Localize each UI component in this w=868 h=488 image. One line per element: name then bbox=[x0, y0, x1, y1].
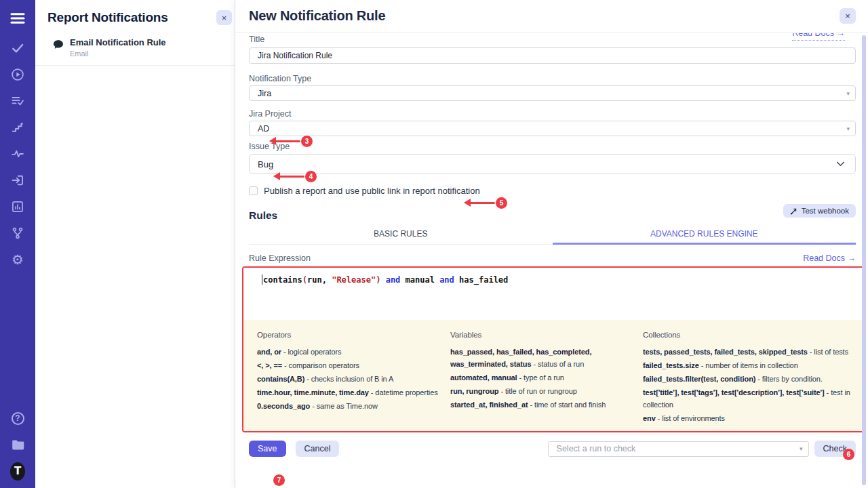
expression-code-line: contains(run, "Release") and manual and … bbox=[263, 275, 863, 285]
expression-help-panel: Operatorsand, or - logical operators<, >… bbox=[243, 320, 863, 431]
code-token bbox=[380, 275, 385, 285]
code-token: and bbox=[439, 275, 454, 285]
rules-heading: Rules bbox=[249, 209, 277, 222]
tab-basic-rules[interactable]: BASIC RULES bbox=[249, 226, 553, 245]
drawer-header: New Notification Rule × bbox=[235, 0, 868, 33]
drawer-footer: Save Cancel Select a run to check ▾ Chec… bbox=[249, 441, 856, 457]
vertical-scrollbar[interactable] bbox=[862, 35, 866, 485]
title-field-label: Title bbox=[249, 35, 264, 44]
list-item-title: Email Notification Rule bbox=[70, 37, 166, 47]
panel-close-button[interactable]: × bbox=[216, 10, 232, 25]
help-entry: failed_tests.filter(test, condition) - f… bbox=[643, 373, 854, 385]
drawer-title: New Notification Rule bbox=[249, 8, 385, 24]
list-item-text: Email Notification Rule Email bbox=[70, 37, 166, 58]
code-token: ( bbox=[302, 275, 307, 285]
help-column-title: Collections bbox=[643, 329, 854, 341]
save-button[interactable]: Save bbox=[249, 441, 286, 457]
code-token: "Release" bbox=[332, 275, 376, 285]
cancel-button[interactable]: Cancel bbox=[296, 441, 340, 457]
chevron-down-icon bbox=[836, 161, 845, 167]
help-entry: <, >, == - comparison operators bbox=[257, 359, 441, 371]
help-entry: automated, manual - type of a run bbox=[450, 371, 633, 384]
tab-advanced-rules-engine[interactable]: ADVANCED RULES ENGINE bbox=[553, 226, 856, 245]
annotation-box-6: contains(run, "Release") and manual and … bbox=[242, 266, 865, 432]
run-to-check-select[interactable]: Select a run to check ▾ bbox=[548, 441, 809, 457]
bar-chart-icon[interactable] bbox=[10, 199, 25, 214]
activity-pulse-icon[interactable] bbox=[10, 146, 25, 161]
menu-icon[interactable] bbox=[10, 11, 25, 26]
publish-report-checkbox[interactable] bbox=[249, 186, 258, 195]
test-webhook-label: Test webhook bbox=[802, 207, 849, 215]
log-in-icon[interactable] bbox=[10, 173, 25, 188]
rules-tabs: BASIC RULES ADVANCED RULES ENGINE bbox=[249, 226, 856, 245]
code-token: run, bbox=[307, 275, 332, 285]
projects-folder-icon[interactable] bbox=[10, 437, 25, 452]
code-token: manual bbox=[400, 275, 439, 285]
drawer-content: Read Docs → Title Notification Type Jira… bbox=[235, 33, 868, 488]
new-notification-rule-drawer: New Notification Rule × Read Docs → Titl… bbox=[235, 0, 868, 488]
help-entry: tests, passed_tests, failed_tests, skipp… bbox=[643, 346, 854, 358]
title-input[interactable] bbox=[249, 47, 856, 64]
list-item-subtitle: Email bbox=[70, 49, 166, 58]
run-select-placeholder: Select a run to check bbox=[557, 444, 636, 453]
read-docs-link[interactable]: Read Docs → bbox=[803, 253, 856, 263]
caret-down-icon: ▾ bbox=[800, 445, 803, 452]
report-notifications-panel: Report Notifications × Email Notificatio… bbox=[35, 0, 235, 488]
help-column-title: Operators bbox=[257, 329, 441, 341]
list-item-email-notification-rule[interactable]: Email Notification Rule Email bbox=[35, 30, 235, 66]
rules-heading-row: Rules Test webhook bbox=[249, 209, 856, 222]
issue-type-value: Bug bbox=[258, 159, 273, 169]
steps-icon[interactable] bbox=[10, 120, 25, 135]
help-entry: has_passed, has_failed, has_completed, w… bbox=[450, 346, 633, 370]
help-circle-icon[interactable]: ? bbox=[10, 411, 25, 426]
icon-rail: ⚙ ? T bbox=[0, 0, 35, 488]
rule-expression-label: Rule Expression bbox=[249, 253, 311, 263]
list-check-icon[interactable] bbox=[10, 94, 25, 108]
check-icon[interactable] bbox=[10, 41, 25, 56]
help-entry: and, or - logical operators bbox=[257, 346, 441, 358]
test-webhook-button[interactable]: Test webhook bbox=[783, 204, 856, 218]
git-branch-icon[interactable] bbox=[10, 226, 25, 241]
help-entry: env - list of environments bbox=[643, 412, 854, 424]
check-button[interactable]: Check bbox=[814, 441, 856, 457]
help-column-variables: Variableshas_passed, has_failed, has_com… bbox=[450, 329, 643, 424]
code-token: and bbox=[386, 275, 401, 285]
jira-project-select[interactable]: AD ▾ bbox=[249, 121, 856, 136]
help-entry: time.hour, time.minute, time.day - datet… bbox=[257, 386, 441, 399]
rule-expression-row: Rule Expression Read Docs → bbox=[249, 253, 856, 263]
editor-cursor bbox=[262, 274, 262, 285]
help-column-operators: Operatorsand, or - logical operators<, >… bbox=[257, 329, 450, 424]
jira-project-value: AD bbox=[258, 124, 269, 134]
help-entry: run, rungroup - title of run or rungroup bbox=[450, 385, 633, 397]
play-circle-icon[interactable] bbox=[10, 67, 25, 82]
webhook-icon bbox=[790, 207, 797, 215]
help-entry: test['title'], test['tags'], test['descr… bbox=[643, 386, 854, 411]
code-token: contains bbox=[263, 275, 302, 285]
issue-type-select[interactable]: Bug bbox=[249, 154, 856, 174]
help-entry: 0.seconds_ago - same as Time.now bbox=[257, 400, 441, 412]
speech-bubble-icon bbox=[53, 39, 64, 58]
help-entry: contains(A,B) - checks inclusion of B in… bbox=[257, 373, 441, 385]
settings-gear-icon[interactable]: ⚙ bbox=[10, 252, 25, 267]
notification-type-select[interactable]: Jira ▾ bbox=[249, 85, 856, 101]
notification-type-value: Jira bbox=[258, 89, 271, 98]
publish-report-label: Publish a report and use public link in … bbox=[264, 186, 480, 196]
panel-header: Report Notifications × bbox=[35, 0, 235, 30]
caret-down-icon: ▾ bbox=[846, 125, 850, 131]
rule-expression-editor[interactable]: contains(run, "Release") and manual and … bbox=[243, 268, 863, 320]
help-entry: failed_tests.size - number of items in c… bbox=[643, 359, 854, 371]
publish-report-row: Publish a report and use public link in … bbox=[249, 186, 856, 196]
help-column-title: Variables bbox=[450, 329, 633, 341]
jira-project-label: Jira Project bbox=[249, 109, 856, 119]
drawer-close-button[interactable]: × bbox=[840, 8, 856, 24]
caret-down-icon: ▾ bbox=[846, 89, 850, 96]
panel-title: Report Notifications bbox=[47, 10, 168, 25]
issue-type-label: Issue Type bbox=[249, 142, 856, 151]
read-docs-link-clipped[interactable]: Read Docs → bbox=[792, 33, 845, 41]
app-root: ⚙ ? T Report Notifications × Email Notif… bbox=[0, 0, 868, 488]
rail-bottom-group: ? T bbox=[10, 411, 25, 481]
help-column-collections: Collectionstests, passed_tests, failed_t… bbox=[643, 329, 859, 424]
testomat-logo[interactable]: T bbox=[10, 464, 25, 479]
code-token: has_failed bbox=[454, 275, 508, 285]
help-entry: started_at, finished_at - time of start … bbox=[450, 399, 633, 411]
